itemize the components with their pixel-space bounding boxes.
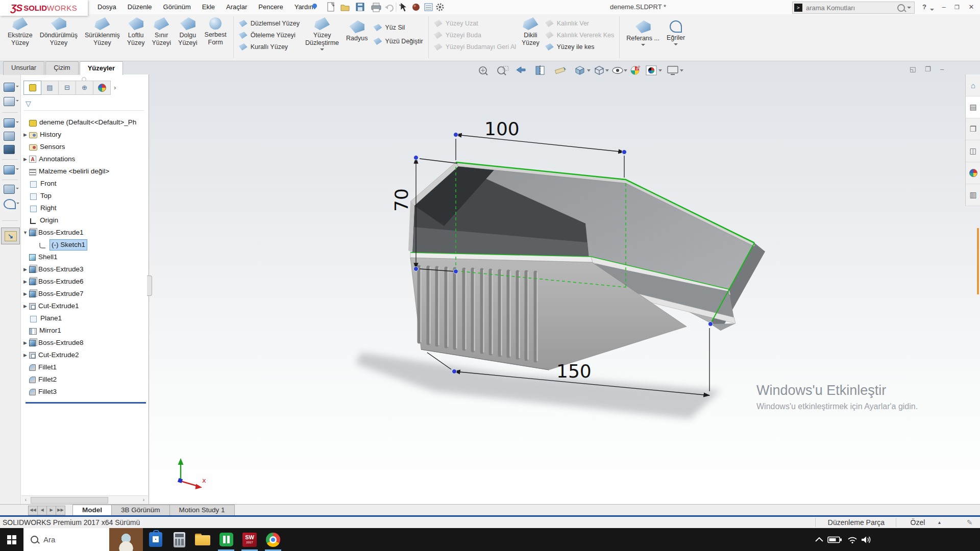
expand-arrow-icon[interactable]: ▶	[21, 304, 29, 309]
cut-with-surface-button[interactable]: Yüzey ile kes	[543, 42, 617, 52]
gear-icon[interactable]	[437, 4, 443, 10]
appearance-ball-icon[interactable]	[412, 4, 420, 11]
knit-surface-button[interactable]: DikiliYüzey	[518, 14, 543, 47]
delete-face-button[interactable]: Yüz Sil	[371, 23, 425, 32]
status-note-icon[interactable]: ✎	[967, 517, 973, 528]
revolve-surface-button[interactable]: DöndürülmüşYüzey	[36, 14, 81, 47]
tab-unsurlar[interactable]: Unsurlar	[3, 61, 44, 75]
help-caret-icon[interactable]	[930, 9, 934, 13]
wifi-icon[interactable]	[848, 538, 856, 544]
menu-gorunum[interactable]: Görünüm	[158, 0, 197, 14]
displaymanager-tab[interactable]	[93, 81, 111, 95]
flatten-caret-icon[interactable]	[320, 48, 324, 53]
command-search[interactable]: >	[792, 2, 915, 14]
search-icon[interactable]	[897, 4, 905, 12]
bin-part[interactable]	[408, 162, 765, 370]
reference-caret-icon[interactable]	[641, 44, 645, 48]
taskbar-solidworks-icon[interactable]: SW2017	[238, 528, 261, 551]
tree-item[interactable]: ▶Boss-Extrude6	[21, 276, 148, 288]
caret-icon[interactable]	[587, 69, 591, 72]
view-tool-icon[interactable]	[4, 97, 15, 106]
home-icon[interactable]: ⌂	[966, 74, 980, 96]
caret-icon[interactable]	[624, 69, 627, 72]
select-cursor-icon[interactable]	[401, 3, 407, 12]
tab-cizim[interactable]: Çizim	[45, 61, 79, 75]
expand-arrow-icon[interactable]: ▶	[21, 291, 29, 296]
tab-prev-icon[interactable]: ◀	[37, 506, 47, 515]
expand-arrow-icon[interactable]: ▶	[21, 267, 29, 272]
instant3d-button-active[interactable]: ↘	[1, 228, 20, 244]
status-units[interactable]: Özel	[899, 517, 936, 528]
tree-item[interactable]: ▶Cut-Extrude1	[21, 300, 148, 312]
previous-view-icon[interactable]	[517, 67, 525, 73]
tree-item[interactable]: ▶Cut-Extrude2	[21, 349, 148, 361]
tree-item[interactable]: ▶History	[21, 129, 148, 141]
appearances-icon[interactable]	[966, 162, 980, 184]
tree-item[interactable]: ▶AAnnotations	[21, 153, 148, 165]
restore-button[interactable]: ❐	[951, 3, 963, 12]
file-explorer-icon[interactable]: ❒	[966, 118, 980, 140]
pattern-tool-icon[interactable]	[4, 185, 15, 194]
caret-icon[interactable]	[605, 69, 609, 72]
extrude-surface-button[interactable]: EkstrüzeYüzey	[4, 14, 36, 47]
reference-geometry-button[interactable]: Referans ...	[623, 14, 663, 48]
dim-height-left[interactable]: 70	[391, 188, 412, 212]
menu-duzenle[interactable]: Düzenle	[122, 0, 158, 14]
taskbar-store-icon[interactable]	[144, 528, 167, 551]
menu-araclar[interactable]: Araçlar	[220, 0, 253, 14]
tree-item[interactable]: Shell1	[21, 251, 148, 263]
tab-motion-study[interactable]: Motion Study 1	[170, 505, 235, 515]
open-icon[interactable]	[341, 5, 349, 11]
tree-item[interactable]: Top	[21, 190, 148, 202]
tray-chevron-icon[interactable]	[816, 538, 823, 541]
tree-item[interactable]: Plane1	[21, 312, 148, 324]
display-style-icon[interactable]	[595, 66, 603, 74]
view-tool-icon[interactable]	[4, 132, 15, 141]
expand-arrow-icon[interactable]: ▶	[21, 340, 29, 345]
quick-access-toolbar[interactable]	[327, 1, 480, 13]
start-button[interactable]	[0, 528, 23, 551]
tree-horizontal-scrollbar[interactable]: ‹ ›	[21, 495, 148, 504]
offset-surface-button[interactable]: Öteleme Yüzeyi	[237, 31, 302, 40]
dim-width-top[interactable]: 100	[484, 118, 520, 139]
tree-root[interactable]: deneme (Default<<Default>_Ph	[21, 116, 148, 129]
view-tool-icon[interactable]	[4, 118, 15, 128]
tree-item[interactable]: Mirror1	[21, 324, 148, 337]
viewport-restore-icon[interactable]: ❐	[925, 65, 931, 73]
tab-first-icon[interactable]: ◀◀	[28, 506, 38, 515]
menu-pencere[interactable]: Pencere	[253, 0, 288, 14]
battery-icon[interactable]	[828, 537, 842, 543]
dim-width-bottom[interactable]: 150	[556, 361, 592, 382]
taskbar-sheets-icon[interactable]	[214, 528, 238, 551]
taskbar-explorer-icon[interactable]	[191, 528, 214, 551]
close-button[interactable]: ✕	[966, 3, 977, 12]
hide-show-items-icon[interactable]	[612, 67, 623, 73]
dimxpertmanager-tab[interactable]: ⊕	[76, 81, 93, 95]
tab-yuzeyler[interactable]: Yüzeyler	[80, 61, 123, 75]
curves-button[interactable]: Eğriler	[663, 14, 689, 47]
heads-up-view-toolbar[interactable]	[474, 64, 693, 78]
caret-icon[interactable]	[658, 69, 662, 72]
viewport-minimize-icon[interactable]: ‒	[940, 65, 944, 73]
curves-caret-icon[interactable]	[674, 43, 678, 47]
rollback-bar[interactable]	[26, 402, 146, 404]
expand-arrow-icon[interactable]: ▶	[21, 353, 29, 358]
sketch-measure-icon[interactable]	[555, 67, 566, 74]
speaker-icon[interactable]	[862, 537, 870, 543]
boundary-surface-button[interactable]: SınırYüzeyi	[149, 14, 175, 47]
tab-model[interactable]: Model	[72, 505, 112, 515]
menu-ekle[interactable]: Ekle	[197, 0, 220, 14]
expand-arrow-icon[interactable]: ▶	[21, 279, 29, 284]
system-tray-icons[interactable]	[813, 534, 880, 546]
caret-icon[interactable]	[680, 69, 683, 72]
view-tool-icon[interactable]	[4, 165, 15, 174]
search-scope-icon[interactable]: >	[794, 4, 802, 12]
curve-tool-icon[interactable]	[4, 199, 16, 209]
swept-surface-button[interactable]: SürüklenmişYüzey	[81, 14, 124, 47]
panel-icon[interactable]	[425, 4, 432, 11]
help-button[interactable]: ?	[919, 3, 930, 12]
filled-surface-button[interactable]: DolguYüzeyi	[175, 14, 201, 47]
view-settings-icon[interactable]	[668, 66, 678, 74]
tree-item[interactable]: ▶Boss-Extrude3	[21, 263, 148, 276]
tree-item[interactable]: Malzeme <belirli değil>	[21, 165, 148, 178]
